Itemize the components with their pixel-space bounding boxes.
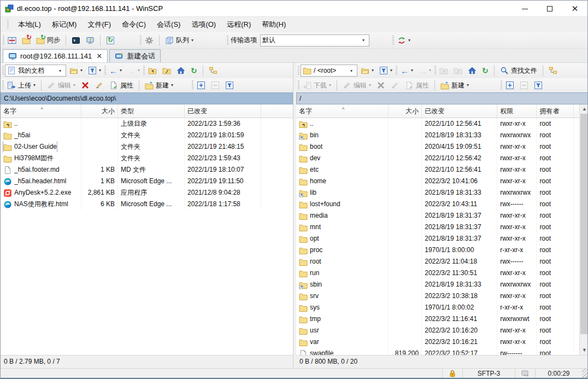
local-forward-button[interactable]: →▾ [125,66,142,76]
local-path-bar[interactable]: C:\Users\ecoo\Documents\dl.ecoo.top\ [1,92,293,104]
file-row[interactable]: mnt2021/8/19 18:31:37rwxr-xr-xroot [296,221,579,233]
refresh-session-button[interactable]: ↻ [104,35,117,46]
file-row[interactable]: ..2022/1/10 12:56:41rwxr-xr-xroot [296,118,579,130]
local-unselect-button[interactable] [209,80,222,91]
tab-close-icon[interactable]: ✕ [95,52,102,60]
column-header-type[interactable]: 类型 [118,104,185,118]
connection-status[interactable] [515,369,535,378]
remote-home-button[interactable] [466,65,479,76]
find-files-button[interactable]: 查找文件 [498,65,539,77]
remote-filter-button[interactable]: ▾ [377,65,395,76]
file-row[interactable]: lost+found2022/3/2 10:43:11rwx------root [296,199,579,210]
remote-root-dir-button[interactable] [451,65,464,76]
file-row[interactable]: usr2022/3/2 10:16:20rwxr-xr-xroot [296,325,579,336]
remote-path-bar[interactable]: / [296,92,588,104]
scroll-up-icon[interactable]: ▲ [580,104,588,114]
menu-session[interactable]: 会话(S) [152,18,185,32]
local-edit-button[interactable]: 编辑▾ [45,80,78,91]
column-header-size[interactable]: 大小 [81,104,118,118]
file-row[interactable]: srv2022/3/2 10:38:18rwxr-xr-xroot [296,290,579,302]
local-parent-dir-button[interactable] [146,65,159,76]
upload-button[interactable]: 上传▾ [5,80,38,91]
remote-select-all-button[interactable] [532,80,545,91]
remote-drive-combo[interactable]: / <root> ▾ [301,65,357,77]
local-new-button[interactable]: 新建▾ [143,80,175,91]
local-back-button[interactable]: ←▾ [107,66,124,76]
file-row[interactable]: lib2021/8/19 18:31:33rwxrwxrwxroot [296,187,579,199]
file-row[interactable]: _h5ai.header.html1 KBMicrosoft Edge ...2… [1,176,293,187]
local-open-dir-button[interactable]: ▾ [67,65,85,76]
file-row[interactable]: NAS使用教程.html6 KBMicrosoft Edge ...2022/1… [1,199,293,210]
vertical-scrollbar[interactable]: ▲ ▼ [579,104,588,355]
menu-help[interactable]: 帮助(H) [257,18,291,32]
local-refresh-button[interactable]: ↻ [189,66,199,75]
file-row[interactable]: home2022/3/2 10:41:06rwxr-xr-xroot [296,176,579,187]
file-row[interactable]: _h5ai文件夹2022/1/19 18:01:59 [1,130,293,141]
local-rename-button[interactable] [93,80,106,91]
preferences-button[interactable] [143,35,156,46]
encryption-status[interactable] [442,369,462,378]
column-header-name[interactable]: 名字^ [1,104,81,118]
column-header-size[interactable]: 大小 [389,104,422,118]
file-row[interactable]: media2021/8/19 18:31:37rwxr-xr-xroot [296,210,579,221]
new-session-tab[interactable]: 新建会话 [109,49,161,62]
remote-new-button[interactable]: 新建▾ [438,80,471,91]
maximize-button[interactable] [537,1,562,17]
open-terminal-button[interactable] [69,35,83,46]
remote-refresh-button[interactable]: ↻ [480,66,491,75]
file-row[interactable]: bin2021/8/19 18:31:33rwxrwxrwxroot [296,130,579,141]
file-row[interactable]: ..上级目录2022/1/23 1:59:36 [1,118,293,130]
menu-local[interactable]: 本地(L) [13,18,46,32]
column-header-changed[interactable]: 已改变 [422,104,497,118]
transfer-preset-combo[interactable]: 默认 ▾ [260,34,369,46]
remote-edit-button[interactable]: 编辑▾ [340,80,373,91]
column-header-name[interactable]: 名字^ [296,104,389,118]
remote-delete-button[interactable] [374,80,387,91]
menu-command[interactable]: 命令(C) [117,18,151,32]
remote-unselect-button[interactable] [518,80,531,91]
protocol-status[interactable]: SFTP-3 [462,369,515,378]
local-drive-combo[interactable]: 我的文档 ▾ [5,65,66,77]
column-header-rights[interactable]: 权限 [497,104,537,118]
file-row[interactable]: 02-User Guide文件夹2022/1/19 21:48:15 [1,141,293,153]
local-select-button[interactable] [195,80,208,91]
local-select-all-button[interactable] [223,80,236,91]
local-root-dir-button[interactable] [160,65,173,76]
file-row[interactable]: Hi3798M固件文件夹2022/1/23 1:59:43 [1,153,293,164]
file-row[interactable]: run2022/3/2 11:30:51rwxr-xr-xroot [296,267,579,279]
local-filter-button[interactable]: ▾ [86,65,103,76]
remote-parent-dir-button[interactable] [437,65,450,76]
scrollbar-thumb[interactable] [580,114,588,334]
resize-grip[interactable] [582,369,588,378]
remote-open-dir-button[interactable]: ▾ [358,65,376,76]
local-tree-button[interactable] [207,65,220,76]
remote-rename-button[interactable] [389,80,402,91]
menu-remote[interactable]: 远程(R) [222,18,256,32]
file-row[interactable]: etc2022/1/10 12:56:41rwxr-xr-xroot [296,164,579,176]
remote-back-button[interactable]: ←▾ [398,66,415,76]
file-row[interactable]: sys1970/1/1 8:00:02r-xr-xr-xroot [296,302,579,313]
remote-forward-button[interactable]: →▾ [416,66,433,76]
close-button[interactable]: ✕ [562,1,587,17]
file-row[interactable]: boot2020/4/15 19:09:51rwxr-xr-xroot [296,141,579,153]
sync-remote-button[interactable]: ↻ [20,35,33,46]
menu-options[interactable]: 选项(O) [186,18,221,32]
remote-select-button[interactable] [503,80,516,91]
menu-file[interactable]: 文件(F) [83,18,116,32]
file-row[interactable]: dev2022/1/10 12:56:42rwxr-xr-xroot [296,153,579,164]
local-delete-button[interactable] [79,80,92,91]
scroll-down-icon[interactable]: ▼ [580,346,588,355]
remote-properties-button[interactable]: 属性 [403,80,431,91]
file-row[interactable]: proc1970/1/1 8:00:00r-xr-xr-xroot [296,244,579,256]
queue-button[interactable]: 队列▾ [163,34,196,46]
column-header-owner[interactable]: 拥有者 [537,104,574,118]
remote-tree-button[interactable] [546,65,560,76]
file-row[interactable]: _h5ai.footer.md1 KBMD 文件2022/1/19 18:10:… [1,164,293,176]
file-row[interactable]: AnyDesk+5.2.2.exe2,861 KB应用程序2021/12/8 9… [1,187,293,199]
minimize-button[interactable] [512,1,537,17]
session-tab-active[interactable]: root@192.168.111.141 ✕ [3,49,108,62]
file-row[interactable]: tmp2022/3/2 11:16:41rwxrwxrwtroot [296,313,579,325]
local-home-button[interactable] [174,65,187,76]
file-row[interactable]: swapfile819,2002022/3/2 10:52:17rw------… [296,348,579,355]
file-row[interactable]: root2022/3/2 11:04:18rwx------root [296,256,579,267]
